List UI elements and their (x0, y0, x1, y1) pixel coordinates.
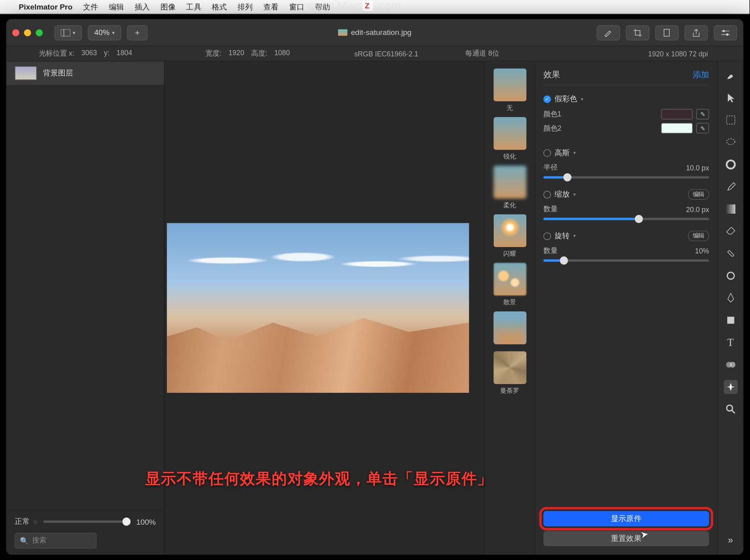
color2-label: 颜色2 (543, 123, 572, 133)
zoom-window-button[interactable] (36, 29, 43, 36)
color1-swatch[interactable] (661, 109, 693, 120)
pen-tool[interactable] (723, 291, 737, 305)
add-button[interactable]: ＋ (127, 25, 148, 40)
menu-arrange[interactable]: 排列 (238, 2, 253, 12)
zoom-amount-slider[interactable] (543, 218, 709, 220)
chevrons-right-icon: » (728, 535, 733, 546)
eraser-tool[interactable] (723, 224, 737, 238)
menu-view[interactable]: 查看 (263, 2, 278, 12)
cursor-y-value: 1804 (116, 48, 132, 58)
menu-window[interactable]: 窗口 (289, 2, 304, 12)
preset-soften[interactable]: 柔化 (493, 166, 526, 210)
menu-tools[interactable]: 工具 (186, 2, 201, 12)
repair-tool[interactable] (723, 247, 737, 261)
gradient-tool[interactable] (723, 202, 737, 216)
duplicate-button[interactable] (655, 25, 678, 40)
sidebar-toggle-button[interactable]: ▾ (54, 25, 82, 40)
crop-tool-button[interactable] (626, 25, 649, 40)
layer-row[interactable]: 背景图层 (6, 62, 164, 85)
marquee-tool[interactable] (723, 113, 737, 127)
preset-kaleidoscope[interactable]: 曼荼罗 (493, 351, 526, 395)
checkbox-off-icon[interactable] (543, 232, 551, 239)
share-button[interactable] (684, 25, 708, 40)
opacity-slider[interactable] (43, 520, 130, 523)
preset-flare[interactable]: 闪耀 (493, 214, 526, 258)
svg-line-17 (732, 410, 735, 413)
arrow-tool[interactable] (723, 91, 737, 104)
chevron-down-icon: ▾ (573, 150, 576, 156)
lasso-tool[interactable] (723, 135, 737, 149)
cursor-x-label: 光标位置 x: (39, 48, 74, 58)
circle-icon (726, 271, 735, 280)
zoom-tool[interactable] (723, 402, 737, 416)
cursor-x-value: 3063 (81, 48, 97, 58)
effect-gaussian-title: 高斯 (555, 147, 570, 158)
paintbrush-icon (725, 70, 736, 81)
show-original-button[interactable]: 显示原件 (543, 511, 709, 526)
menu-file[interactable]: 文件 (83, 2, 98, 12)
effect-gaussian-header[interactable]: 高斯 ▾ (543, 147, 709, 158)
svg-point-16 (726, 405, 732, 411)
zoom-edit-button[interactable]: 编辑 (688, 189, 709, 200)
more-tools[interactable]: » (723, 533, 737, 547)
opacity-value: 100% (136, 517, 156, 526)
preset-sharpen[interactable]: 锐化 (493, 117, 526, 161)
watermark: www.MacZ.com (307, 0, 402, 12)
radius-slider[interactable] (543, 176, 709, 179)
spin-edit-button[interactable]: 编辑 (688, 231, 709, 241)
canvas-image (167, 223, 469, 393)
color2-eyedropper[interactable]: ✎ (696, 123, 709, 134)
menu-edit[interactable]: 编辑 (109, 2, 124, 12)
layer-thumbnail (15, 66, 37, 80)
preset-bokeh[interactable]: 散景 (493, 263, 526, 307)
layer-search-input[interactable]: 🔍 搜索 (15, 533, 97, 548)
checkbox-off-icon[interactable] (543, 191, 551, 198)
shape-tool[interactable] (723, 269, 737, 283)
menu-image[interactable]: 图像 (160, 2, 176, 12)
preset-none[interactable]: 无 (493, 68, 526, 112)
color-picker-tool-button[interactable] (597, 25, 620, 40)
style-tool[interactable] (723, 68, 737, 82)
radius-label: 半径 (543, 163, 572, 173)
menu-insert[interactable]: 插入 (135, 2, 150, 12)
blend-mode-select[interactable]: 正常 ◇ (15, 516, 37, 527)
reset-effects-button[interactable]: 重置效果 (543, 531, 709, 546)
minimize-window-button[interactable] (24, 29, 31, 36)
svg-point-15 (729, 362, 735, 368)
height-label: 高度: (251, 48, 267, 58)
color-tool[interactable] (723, 358, 737, 372)
zoom-select[interactable]: 40% ▾ (88, 25, 121, 40)
effects-tool[interactable] (723, 380, 737, 394)
effects-header-label: 效果 (543, 70, 560, 80)
close-window-button[interactable] (12, 29, 19, 36)
width-label: 宽度: (205, 48, 221, 58)
effect-zoom: 缩放 ▾ 编辑 数量 20.0 px (543, 189, 709, 220)
menu-format[interactable]: 格式 (212, 2, 227, 12)
preset-tiltblur[interactable] (493, 311, 526, 346)
settings-toggle-button[interactable] (714, 25, 737, 40)
checkbox-off-icon[interactable] (543, 149, 551, 156)
color2-swatch[interactable] (661, 123, 693, 134)
spin-amount-label: 数量 (543, 246, 572, 256)
effect-zoom-header[interactable]: 缩放 ▾ 编辑 (543, 189, 709, 200)
chevron-down-icon: ▾ (573, 191, 576, 197)
type-tool[interactable]: T (723, 336, 737, 350)
effect-falsecolor-header[interactable]: 假彩色 ▾ (543, 94, 709, 104)
chevron-down-icon: ▾ (573, 233, 576, 239)
effect-falsecolor-title: 假彩色 (555, 94, 577, 104)
app-menu[interactable]: Pixelmator Pro (19, 2, 72, 11)
color1-eyedropper[interactable]: ✎ (696, 109, 709, 120)
add-effect-button[interactable]: 添加 (693, 70, 709, 80)
effect-spin-header[interactable]: 旋转 ▾ 编辑 (543, 231, 709, 241)
rect-shape-tool[interactable] (723, 313, 737, 327)
svg-point-8 (726, 139, 735, 145)
brush-tool[interactable] (723, 180, 737, 194)
color-adjust-tool[interactable] (723, 158, 737, 172)
spin-amount-slider[interactable] (543, 259, 709, 262)
checkbox-on-icon[interactable] (543, 95, 551, 103)
document-icon (663, 28, 671, 37)
window-toolbar: ▾ 40% ▾ ＋ edit-saturation.jpg (6, 19, 743, 46)
window-controls (12, 29, 43, 36)
document-title: edit-saturation.jpg (338, 28, 412, 37)
width-value: 1920 (228, 48, 244, 58)
